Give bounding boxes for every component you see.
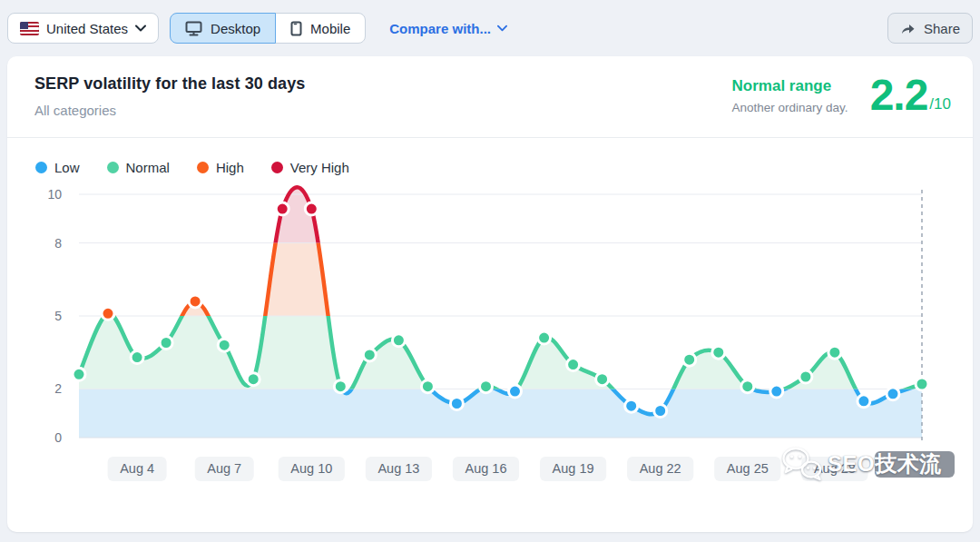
chart-legend: LowNormalHighVery High (7, 138, 973, 175)
page-title: SERP volatility for the last 30 days (34, 74, 305, 94)
data-point[interactable] (596, 373, 609, 386)
data-point[interactable] (625, 399, 638, 412)
status-label: Normal range (732, 77, 848, 95)
score-suffix: /10 (929, 95, 951, 113)
legend-label: Normal (126, 160, 170, 175)
data-point[interactable] (538, 331, 551, 344)
score-value: 2.2 (870, 74, 928, 116)
serp-volatility-card: SERP volatility for the last 30 days All… (7, 56, 973, 532)
data-point[interactable] (799, 370, 812, 383)
x-tick-label: Aug 7 (207, 461, 241, 476)
legend-dot (35, 162, 47, 173)
desktop-icon (185, 21, 202, 36)
data-point[interactable] (334, 380, 347, 393)
data-point[interactable] (858, 395, 870, 408)
data-point[interactable] (218, 339, 230, 351)
data-point[interactable] (392, 334, 405, 347)
share-button[interactable]: Share (887, 13, 973, 44)
us-flag-icon (20, 22, 39, 35)
data-point[interactable] (480, 380, 493, 393)
x-tick-label: Aug 10 (290, 461, 332, 476)
share-label: Share (924, 21, 960, 36)
x-axis-labels: Aug 4Aug 7Aug 10Aug 13Aug 16Aug 19Aug 22… (108, 457, 868, 481)
compare-with-link[interactable]: Compare with... (389, 21, 507, 36)
y-axis-label: 10 (47, 187, 62, 202)
x-tick-label: Aug 22 (640, 461, 681, 476)
data-point[interactable] (247, 373, 260, 386)
y-axis-label: 5 (54, 309, 62, 323)
data-point[interactable] (102, 307, 114, 320)
x-tick-label: Aug 13 (377, 461, 419, 476)
legend-item-low[interactable]: Low (35, 160, 80, 175)
data-point[interactable] (828, 346, 841, 359)
volatility-chart: 025810Aug 4Aug 7Aug 10Aug 13Aug 16Aug 19… (7, 179, 973, 497)
data-point[interactable] (887, 388, 899, 400)
data-point[interactable] (741, 380, 754, 393)
legend-item-high[interactable]: High (197, 160, 244, 175)
x-tick-label: Aug 16 (466, 461, 507, 476)
data-point[interactable] (189, 295, 201, 308)
legend-dot (271, 162, 283, 173)
data-point[interactable] (683, 353, 696, 366)
category-subtitle: All categories (34, 103, 305, 118)
y-axis-label: 8 (54, 236, 62, 251)
data-point[interactable] (509, 385, 522, 398)
share-icon (900, 22, 916, 35)
mobile-label: Mobile (310, 21, 350, 36)
x-tick-label: Aug 19 (553, 461, 594, 476)
data-point[interactable] (916, 378, 928, 390)
desktop-label: Desktop (211, 21, 260, 36)
x-tick-label: Aug 4 (120, 461, 154, 476)
chevron-down-icon (135, 25, 146, 32)
desktop-toggle-button[interactable]: Desktop (170, 13, 276, 44)
legend-label: Low (54, 160, 80, 175)
data-point[interactable] (770, 385, 783, 398)
data-point[interactable] (305, 202, 318, 215)
legend-dot (197, 162, 209, 173)
data-point[interactable] (160, 337, 172, 350)
country-label: United States (46, 21, 128, 36)
legend-item-normal[interactable]: Normal (107, 160, 170, 175)
data-point[interactable] (363, 349, 376, 361)
y-axis-label: 0 (54, 430, 62, 445)
data-point[interactable] (712, 346, 725, 359)
country-selector[interactable]: United States (7, 13, 159, 44)
legend-item-very-high[interactable]: Very High (271, 160, 349, 175)
card-header: SERP volatility for the last 30 days All… (7, 56, 973, 118)
data-point[interactable] (131, 351, 143, 364)
legend-label: High (216, 160, 244, 175)
data-point[interactable] (73, 368, 85, 380)
volatility-score: 2.2 /10 (870, 74, 951, 116)
chevron-down-icon (497, 25, 507, 32)
mobile-icon (290, 21, 302, 36)
data-point[interactable] (567, 359, 580, 371)
x-tick-label: Aug 28 (814, 461, 856, 476)
status-caption: Another ordinary day. (732, 101, 848, 114)
data-point[interactable] (276, 202, 289, 215)
y-axis-label: 2 (54, 381, 62, 396)
legend-dot (107, 162, 119, 173)
x-tick-label: Aug 25 (727, 461, 769, 476)
topbar: United States Desktop Mobile Compare wit… (0, 0, 980, 44)
legend-label: Very High (290, 160, 349, 175)
data-point[interactable] (450, 398, 463, 410)
data-point[interactable] (654, 405, 667, 418)
mobile-toggle-button[interactable]: Mobile (275, 13, 366, 44)
data-point[interactable] (421, 380, 434, 393)
compare-label: Compare with... (389, 21, 491, 36)
device-toggle: Desktop Mobile (170, 13, 366, 44)
